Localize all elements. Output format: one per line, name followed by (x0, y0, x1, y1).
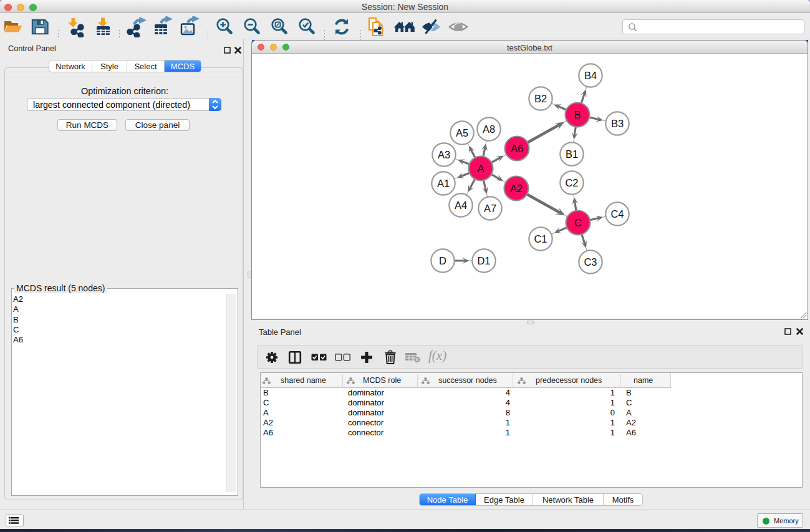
svg-text:C3: C3 (584, 256, 597, 268)
svg-text:B4: B4 (584, 70, 597, 81)
svg-text:A4: A4 (455, 200, 467, 211)
svg-text:C4: C4 (610, 208, 624, 220)
svg-text:D: D (439, 255, 446, 266)
svg-text:A5: A5 (456, 127, 468, 138)
svg-text:A1: A1 (437, 178, 450, 189)
svg-text:B3: B3 (611, 118, 624, 129)
svg-text:B: B (574, 109, 581, 120)
svg-text:C: C (574, 217, 582, 228)
svg-text:A2: A2 (510, 183, 523, 194)
svg-text:A6: A6 (511, 143, 523, 154)
svg-text:C1: C1 (534, 233, 547, 244)
svg-text:D1: D1 (477, 255, 490, 266)
svg-text:A3: A3 (438, 149, 450, 160)
svg-text:C2: C2 (565, 177, 578, 188)
svg-text:B1: B1 (566, 148, 578, 160)
svg-text:A8: A8 (483, 123, 495, 135)
svg-text:A: A (477, 163, 484, 174)
svg-text:A7: A7 (484, 203, 496, 214)
svg-text:B2: B2 (534, 93, 547, 104)
